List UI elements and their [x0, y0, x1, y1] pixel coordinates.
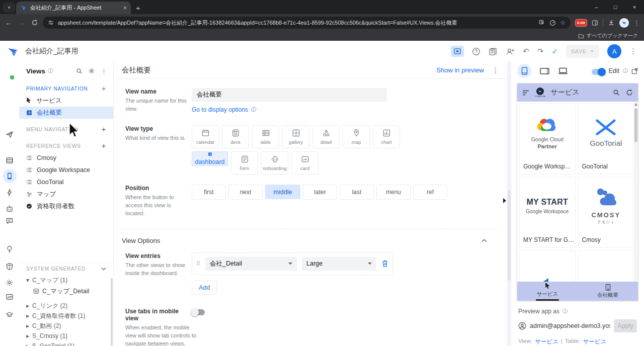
- view-type-dashboard[interactable]: dashboard: [192, 151, 228, 166]
- footer-view-link[interactable]: サービス: [535, 338, 558, 345]
- header-menu-icon[interactable]: ⋮: [629, 47, 637, 56]
- save-button[interactable]: SAVE: [566, 45, 599, 58]
- view-type-chart[interactable]: chart: [373, 125, 400, 148]
- device-desktop-button[interactable]: [558, 67, 568, 74]
- gallery-card-partial-left[interactable]: [520, 251, 575, 282]
- add-primary-view-button[interactable]: +: [102, 84, 106, 93]
- add-reference-view-button[interactable]: +: [102, 142, 106, 150]
- view-item-service[interactable]: サービス: [19, 95, 113, 107]
- view-item-company-overview[interactable]: 会社概要: [19, 107, 113, 119]
- browser-menu-icon[interactable]: ⋮: [633, 19, 640, 27]
- bookmark-star-icon[interactable]: ☆: [560, 19, 566, 26]
- gallery-card-cmosy[interactable]: CMOSY クモシィ Cmosy: [579, 178, 634, 247]
- entry-view-select[interactable]: 会社_Detail: [205, 257, 297, 271]
- settings-icon[interactable]: [6, 279, 14, 287]
- security-icon[interactable]: [6, 263, 14, 271]
- add-entry-button[interactable]: Add: [192, 281, 217, 295]
- use-tabs-toggle[interactable]: [192, 309, 205, 315]
- tab-search-button[interactable]: ▾: [3, 3, 15, 13]
- translate-icon[interactable]: [539, 20, 545, 26]
- gallery-card-appsheet-support[interactable]: AppSheet サポート ▾: [579, 251, 634, 282]
- info-icon[interactable]: ⓘ: [48, 67, 53, 74]
- view-item-certifications[interactable]: 資格取得者数: [19, 200, 113, 212]
- show-in-preview-link[interactable]: Show in preview: [436, 66, 484, 74]
- side-panel-icon[interactable]: [592, 20, 598, 26]
- automation-icon[interactable]: [6, 189, 14, 197]
- phone-scrollbar-thumb[interactable]: [634, 109, 637, 142]
- device-tablet-button[interactable]: [540, 68, 549, 74]
- back-button[interactable]: ←: [4, 19, 13, 27]
- search-icon[interactable]: [613, 89, 620, 96]
- scroll-up-arrow-icon[interactable]: [634, 103, 637, 106]
- ux-views-icon[interactable]: [6, 172, 14, 180]
- chat-icon[interactable]: [6, 217, 14, 225]
- views-settings-icon[interactable]: [88, 67, 95, 74]
- drag-handle-icon[interactable]: ⠿: [196, 261, 200, 267]
- go-to-display-options-link[interactable]: Go to display options ⓘ: [192, 106, 499, 113]
- preview-app-button[interactable]: [451, 46, 464, 57]
- chevron-down-icon[interactable]: [101, 267, 106, 271]
- performance-icon[interactable]: [549, 20, 556, 26]
- help-icon[interactable]: [472, 47, 480, 56]
- all-bookmarks-label[interactable]: すべてのブックマーク: [587, 32, 638, 39]
- phone-tab-company[interactable]: 会社概要: [578, 282, 638, 301]
- gallery-card-mystart[interactable]: MY START Google Workspace MY START for G…: [520, 178, 575, 247]
- view-type-deck[interactable]: deck: [222, 125, 249, 148]
- browser-tab-active[interactable]: 会社紹介_記事用 - AppSheet ×: [16, 2, 131, 14]
- site-settings-icon[interactable]: [48, 20, 54, 26]
- timer-extension-badge[interactable]: 0:00: [575, 19, 587, 27]
- learn-icon[interactable]: [6, 311, 14, 319]
- view-type-map[interactable]: map: [343, 125, 370, 148]
- views-scrollbar[interactable]: [111, 278, 113, 346]
- close-icon[interactable]: ×: [123, 5, 127, 12]
- maximize-button[interactable]: □: [606, 0, 625, 14]
- footer-table-link[interactable]: サービス: [583, 338, 606, 345]
- view-options-header[interactable]: View Options: [114, 229, 507, 252]
- system-group-s-gootorial[interactable]: ▸ S_GooTorial (1): [19, 341, 113, 346]
- position-ref[interactable]: ref: [413, 185, 447, 200]
- redo-icon[interactable]: ↷: [537, 47, 544, 56]
- views-menu-icon[interactable]: ⋮: [101, 67, 107, 75]
- view-type-onboarding[interactable]: onboarding: [261, 151, 288, 175]
- edit-mode-toggle[interactable]: [592, 69, 605, 75]
- info-icon[interactable]: ⓘ: [251, 106, 256, 113]
- system-group-video[interactable]: ▸ C_動画 (2): [19, 321, 113, 331]
- apply-button[interactable]: Apply: [614, 319, 637, 332]
- view-type-table[interactable]: table: [252, 125, 279, 148]
- open-in-new-icon[interactable]: [631, 68, 638, 74]
- bot-icon[interactable]: [6, 205, 14, 213]
- refresh-icon[interactable]: [626, 89, 633, 96]
- new-tab-button[interactable]: +: [136, 4, 140, 12]
- position-later[interactable]: later: [303, 185, 337, 200]
- close-window-button[interactable]: ×: [625, 0, 644, 14]
- system-group-s-cmosy[interactable]: ▸ S_Cmosy (1): [19, 331, 113, 341]
- view-item-google-workspace[interactable]: Google Workspace: [19, 164, 113, 176]
- search-icon[interactable]: [76, 68, 83, 74]
- gallery-card-gootorial[interactable]: GooTorial GooTorial: [579, 104, 634, 174]
- device-phone-button[interactable]: [517, 64, 531, 78]
- system-view-map-detail[interactable]: C_マップ_Detail: [19, 286, 113, 296]
- view-item-map[interactable]: マップ: [19, 188, 113, 200]
- gallery-card-google-workspace[interactable]: Google Cloud Partner Google Worksp…: [520, 104, 575, 174]
- panel-divider-scrollbar[interactable]: [507, 62, 511, 346]
- info-icon[interactable]: ⓘ: [623, 67, 628, 74]
- download-icon[interactable]: [608, 19, 615, 26]
- collapse-panel-chevron-icon[interactable]: [503, 198, 506, 203]
- forward-button[interactable]: →: [18, 19, 27, 27]
- save-caret-icon[interactable]: [590, 50, 594, 52]
- profile-avatar[interactable]: [619, 18, 629, 28]
- system-group-cert[interactable]: ▸ C_資格取得者数 (1): [19, 311, 113, 321]
- position-middle[interactable]: middle: [265, 185, 300, 199]
- view-item-gootorial[interactable]: GooTorial: [19, 176, 113, 188]
- editor-menu-icon[interactable]: ⋮: [492, 66, 499, 74]
- copy-app-icon[interactable]: [489, 47, 497, 56]
- entry-size-select[interactable]: Large: [302, 257, 376, 271]
- system-group-link[interactable]: ▸ C_リンク (2): [19, 301, 113, 311]
- chevron-up-icon[interactable]: [481, 239, 487, 242]
- minimize-button[interactable]: –: [587, 0, 606, 14]
- undo-icon[interactable]: ↶: [523, 47, 529, 56]
- intelligence-icon[interactable]: [6, 245, 14, 253]
- info-icon[interactable]: ⓘ: [562, 308, 568, 315]
- deploy-icon[interactable]: [6, 130, 14, 138]
- phone-tab-service[interactable]: サービス: [517, 282, 578, 301]
